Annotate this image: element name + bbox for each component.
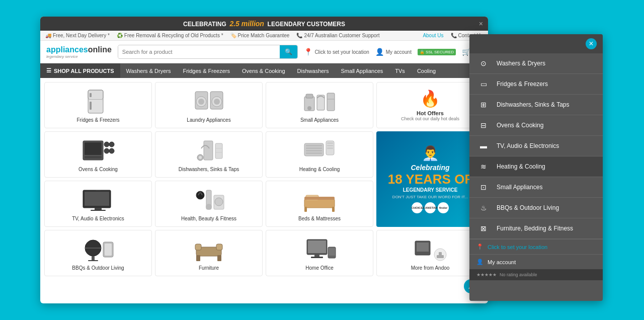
- svg-rect-36: [327, 142, 333, 144]
- ovens-menu-label: Ovens & Cooking: [497, 122, 543, 129]
- nav-cooling[interactable]: Cooling: [411, 64, 442, 78]
- svg-point-26: [199, 156, 202, 159]
- nav-tvs[interactable]: TVs: [389, 64, 411, 78]
- logo-area[interactable]: appliancesonline legendary service: [46, 45, 112, 59]
- category-ovens[interactable]: Ovens & Cooking: [44, 131, 152, 178]
- svg-rect-13: [306, 94, 313, 98]
- finder-badge: finder: [438, 202, 449, 213]
- svg-rect-53: [304, 197, 335, 200]
- ssl-badge: 🔒 SSL SECURED: [418, 49, 456, 55]
- fridges-image: [80, 88, 116, 115]
- nav-ovens[interactable]: Ovens & Cooking: [236, 64, 291, 78]
- svg-rect-59: [105, 244, 112, 256]
- top-bar-delivery-text: Free, Next Day Delivery *: [53, 33, 110, 38]
- promo-celebrating: CELEBRATING: [183, 21, 226, 28]
- hot-offers-sub: Check out our daily hot deals: [401, 116, 459, 121]
- about-link[interactable]: About Us: [423, 33, 443, 38]
- panel-location-button[interactable]: 📍 Click to set your location: [469, 239, 603, 255]
- category-beds[interactable]: Beds & Mattresses: [266, 181, 373, 227]
- svg-point-14: [307, 106, 311, 110]
- panel-menu-item-ovens[interactable]: ⊟Ovens & Cooking: [469, 115, 603, 136]
- category-laundry[interactable]: Laundry Appliances: [155, 82, 263, 128]
- bbq-menu-icon: ♨: [476, 202, 491, 213]
- panel-close-button[interactable]: ×: [586, 38, 597, 49]
- promo-legendary: LEGENDARY SERVICE: [403, 187, 458, 193]
- svg-rect-24: [204, 141, 213, 160]
- search-input[interactable]: [118, 46, 280, 58]
- account-icon: 👤: [375, 48, 384, 56]
- svg-rect-73: [437, 255, 444, 258]
- svg-point-11: [214, 99, 220, 105]
- panel-menu: ⊙Washers & Dryers▭Fridges & Freezers⊞Dis…: [469, 53, 603, 239]
- svg-rect-68: [311, 257, 323, 258]
- header: appliancesonline legendary service 🔍 📍 C…: [40, 41, 488, 63]
- top-bar-price-match: 🏷️ Price Match Guarantee: [230, 33, 290, 38]
- promo-cell[interactable]: 👨‍💼 Celebrating 18 YEARS OF LEGENDARY SE…: [376, 131, 484, 227]
- panel-menu-item-small[interactable]: ⊡Small Appliances: [469, 177, 603, 198]
- category-tv[interactable]: TV, Audio & Electronics: [44, 181, 152, 227]
- svg-rect-33: [306, 150, 322, 151]
- tv-label: TV, Audio & Electronics: [72, 216, 124, 221]
- category-small-appliances[interactable]: Small Appliances: [266, 82, 373, 128]
- rating-text: No rating available: [500, 272, 537, 277]
- panel-account-button[interactable]: 👤 My account: [469, 255, 603, 269]
- panel-menu-item-dishwashers[interactable]: ⊞Dishwashers, Sinks & Taps: [469, 95, 603, 115]
- location-button[interactable]: 📍 Click to set your location: [304, 48, 369, 56]
- search-button[interactable]: 🔍: [280, 45, 297, 58]
- category-furniture[interactable]: Furniture: [155, 230, 263, 276]
- health-label: Health, Beauty & Fitness: [181, 216, 236, 221]
- category-health[interactable]: Health, Beauty & Fitness: [155, 181, 263, 227]
- svg-rect-4: [90, 93, 92, 97]
- nav-dishwashers[interactable]: Dishwashers: [291, 64, 335, 78]
- nav-washers[interactable]: Washers & Dryers: [120, 64, 177, 78]
- svg-rect-57: [88, 260, 98, 261]
- category-dishwashers[interactable]: Dishwashers, Sinks & Taps: [155, 131, 263, 178]
- panel-menu-item-bbq[interactable]: ♨BBQs & Outdoor Living: [469, 198, 603, 218]
- laundry-image: [191, 88, 226, 115]
- promo-close-button[interactable]: ×: [479, 20, 483, 28]
- canstar-badge: CANSTAR: [425, 202, 436, 213]
- svg-rect-62: [217, 255, 221, 261]
- tv-menu-icon: ▬: [476, 140, 491, 151]
- category-more[interactable]: More from Andoo: [376, 230, 484, 276]
- nav-fridges[interactable]: Fridges & Freezers: [177, 64, 236, 78]
- more-image: [413, 235, 448, 263]
- category-home-office[interactable]: Home Office: [266, 230, 373, 276]
- svg-rect-70: [329, 248, 335, 256]
- svg-rect-32: [306, 147, 322, 149]
- my-account-button[interactable]: 👤 My account: [375, 48, 412, 56]
- heating-image: [302, 137, 337, 165]
- washers-menu-label: Washers & Dryers: [497, 60, 545, 67]
- truck-icon: 🚚: [45, 33, 51, 38]
- panel-menu-item-fridges[interactable]: ▭Fridges & Freezers: [469, 74, 603, 95]
- top-bar: 🚚 Free, Next Day Delivery * ♻️ Free Remo…: [40, 31, 488, 41]
- svg-point-20: [109, 142, 114, 147]
- heating-menu-icon: ≋: [476, 161, 491, 172]
- panel-menu-item-washers[interactable]: ⊙Washers & Dryers: [469, 53, 603, 74]
- search-bar[interactable]: 🔍: [118, 45, 298, 59]
- menu-icon: ☰: [46, 67, 51, 74]
- nav-small-appliances[interactable]: Small Appliances: [335, 64, 389, 78]
- hot-offers-cell[interactable]: 🔥 Hot Offers Check out our daily hot dea…: [376, 82, 484, 128]
- hot-offers-title: Hot Offers: [417, 110, 444, 116]
- panel-menu-item-heating[interactable]: ≋Heating & Cooling: [469, 156, 603, 177]
- panel-menu-item-tv[interactable]: ▬TV, Audio & Electronics: [469, 136, 603, 156]
- top-bar-delivery: 🚚 Free, Next Day Delivery *: [45, 33, 110, 38]
- small-label: Small Appliances: [300, 117, 339, 123]
- shop-all-label: SHOP ALL PRODUCTS: [54, 68, 114, 74]
- svg-rect-66: [308, 241, 326, 253]
- location-icon: 📍: [304, 48, 312, 56]
- small-menu-icon: ⊡: [476, 182, 491, 193]
- category-heating-cooling[interactable]: Heating & Cooling: [266, 131, 373, 178]
- svg-point-8: [198, 99, 204, 105]
- svg-point-19: [104, 142, 109, 147]
- right-panel: × ⊙Washers & Dryers▭Fridges & Freezers⊞D…: [469, 34, 603, 301]
- svg-point-21: [104, 148, 109, 153]
- logo-appliances: appliances: [46, 45, 88, 54]
- bbq-menu-label: BBQs & Outdoor Living: [497, 204, 559, 211]
- panel-menu-item-furniture[interactable]: ⊠Furniture, Bedding & Fitness: [469, 218, 603, 239]
- promo-celebrating-text: Celebrating: [411, 164, 449, 172]
- shop-all-button[interactable]: ☰ SHOP ALL PRODUCTS: [40, 63, 120, 78]
- category-fridges[interactable]: Fridges & Freezers: [44, 82, 152, 128]
- category-bbq[interactable]: BBQs & Outdoor Living: [44, 230, 152, 276]
